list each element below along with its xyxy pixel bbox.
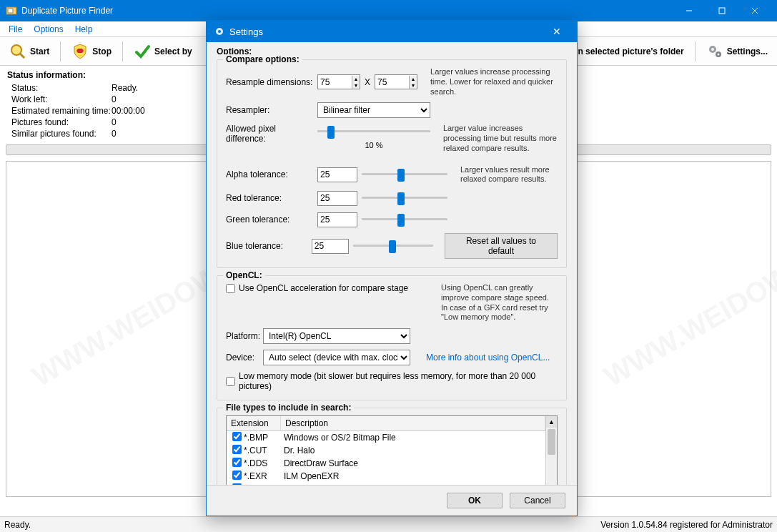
menu-file[interactable]: File (3, 23, 28, 36)
svg-rect-3 (719, 8, 725, 14)
file-type-checkbox[interactable] (232, 483, 242, 485)
close-button[interactable] (738, 0, 771, 21)
menu-help[interactable]: Help (69, 23, 99, 36)
spin-down-icon[interactable]: ▼ (410, 82, 417, 89)
select-by-button[interactable]: Select by (127, 40, 199, 63)
resample-width-input[interactable]: ▲▼ (317, 74, 360, 89)
dialog-titlebar: Settings ✕ (207, 21, 577, 42)
alpha-tolerance-slider[interactable] (362, 167, 447, 182)
start-button[interactable]: Start (3, 40, 56, 63)
file-type-ext: *.BMP (244, 433, 284, 443)
file-type-row[interactable]: *.BMPWindows or OS/2 Bitmap File (227, 431, 545, 444)
resample-dimensions-label: Resample dimensions: (226, 77, 313, 87)
gear-icon (214, 26, 225, 37)
status-label: Status: (11, 83, 112, 93)
spin-up-icon[interactable]: ▲ (410, 76, 417, 82)
toolbar-separator (122, 41, 123, 61)
file-type-checkbox[interactable] (232, 432, 242, 441)
dialog-footer: OK Cancel (207, 485, 577, 516)
eta-label: Estimated remaining time: (11, 106, 112, 116)
svg-point-12 (717, 53, 719, 55)
file-type-ext: *.DDS (244, 458, 284, 468)
allowed-pixel-diff-value: 10 % (317, 141, 430, 149)
file-types-legend: File types to include in search: (223, 403, 354, 413)
file-type-desc: ILM OpenEXR (284, 471, 543, 481)
select-by-label: Select by (154, 46, 192, 56)
file-type-row[interactable]: *.DDSDirectDraw Surface (227, 457, 545, 470)
platform-select[interactable]: Intel(R) OpenCL (263, 328, 410, 344)
scroll-up-icon[interactable]: ▲ (546, 416, 557, 428)
svg-point-6 (11, 45, 21, 55)
file-type-ext: *.EXR (244, 471, 284, 481)
settings-button[interactable]: Settings... (700, 40, 774, 63)
alpha-tolerance-input[interactable] (317, 167, 357, 182)
file-type-desc: Dr. Halo (284, 445, 543, 455)
shield-stop-icon (71, 43, 89, 60)
gears-icon (706, 43, 723, 60)
file-types-table[interactable]: Extension Description *.BMPWindows or OS… (226, 415, 558, 485)
file-type-ext: *.G3 (244, 484, 284, 485)
platform-label: Platform: (226, 331, 259, 341)
ok-button[interactable]: OK (447, 493, 503, 508)
spin-down-icon[interactable]: ▼ (352, 82, 360, 89)
cancel-button[interactable]: Cancel (510, 493, 565, 508)
file-types-scrollbar[interactable]: ▲ ▼ (545, 416, 557, 485)
resample-height-input[interactable]: ▲▼ (375, 74, 417, 89)
file-type-row[interactable]: *.G3Raw Fax format CCITT G3 (227, 483, 545, 485)
allowed-pixel-diff-slider[interactable] (317, 124, 430, 139)
check-icon (134, 43, 151, 60)
col-description[interactable]: Description (281, 416, 545, 430)
allowed-pixel-diff-label: Allowed pixel difference: (226, 124, 313, 144)
green-tolerance-input[interactable] (317, 212, 357, 227)
blue-tolerance-input[interactable] (312, 239, 349, 254)
file-types-group: File types to include in search: Extensi… (217, 408, 567, 485)
opencl-moreinfo-link[interactable]: More info about using OpenCL... (426, 353, 550, 363)
green-tolerance-slider[interactable] (362, 212, 447, 227)
similar-found-label: Similar pictures found: (11, 129, 112, 139)
stop-button[interactable]: Stop (65, 40, 118, 63)
spin-up-icon[interactable]: ▲ (352, 76, 360, 82)
svg-point-10 (711, 48, 714, 51)
svg-line-7 (20, 54, 24, 58)
workleft-label: Work left: (11, 94, 112, 104)
red-tolerance-label: Red tolerance: (226, 193, 313, 203)
scroll-thumb[interactable] (548, 429, 555, 455)
device-select[interactable]: Auto select (device with max. clock freq (263, 350, 410, 365)
dialog-close-button[interactable]: ✕ (544, 26, 570, 37)
maximize-button[interactable] (706, 0, 738, 21)
low-memory-checkbox[interactable]: Low memory mode (bit slower but requires… (226, 371, 558, 391)
file-type-row[interactable]: *.CUTDr. Halo (227, 444, 545, 457)
alpha-tolerance-label: Alpha tolerance: (226, 169, 313, 179)
toolbar-separator (60, 41, 61, 61)
col-extension[interactable]: Extension (227, 416, 281, 430)
settings-dialog: Settings ✕ Options: Compare options: Res… (206, 20, 578, 516)
red-tolerance-slider[interactable] (362, 190, 447, 206)
menu-options[interactable]: Options (28, 23, 69, 36)
file-type-desc: Windows or OS/2 Bitmap File (284, 433, 543, 443)
start-label: Start (30, 46, 49, 56)
open-folder-button[interactable]: n selected picture's folder (571, 44, 690, 59)
file-type-checkbox[interactable] (232, 445, 242, 454)
open-folder-label: n selected picture's folder (578, 46, 683, 56)
file-type-desc: DirectDraw Surface (284, 458, 543, 468)
file-type-checkbox[interactable] (232, 458, 242, 467)
file-type-checkbox[interactable] (232, 471, 242, 480)
reset-defaults-button[interactable]: Reset all values to default (445, 233, 558, 259)
minimize-button[interactable] (673, 0, 706, 21)
use-opencl-checkbox[interactable]: Use OpenCL acceleration for compare stag… (226, 283, 408, 293)
dialog-title: Settings (229, 26, 544, 37)
toolbar-separator (695, 41, 696, 61)
tolerance-help: Larger values result more relaxed compar… (460, 165, 558, 185)
stop-label: Stop (92, 46, 112, 56)
svg-marker-8 (76, 49, 84, 53)
statusbar: Ready. Version 1.0.54.84 registered for … (0, 516, 777, 532)
statusbar-text: Ready. (4, 520, 31, 530)
resampler-select[interactable]: Bilinear filter (317, 102, 430, 118)
file-type-row[interactable]: *.EXRILM OpenEXR (227, 470, 545, 483)
red-tolerance-input[interactable] (317, 191, 357, 206)
blue-tolerance-slider[interactable] (353, 238, 433, 254)
file-type-ext: *.CUT (244, 445, 284, 455)
magnifier-icon (9, 43, 26, 60)
app-icon (6, 5, 17, 16)
svg-rect-1 (8, 9, 13, 13)
